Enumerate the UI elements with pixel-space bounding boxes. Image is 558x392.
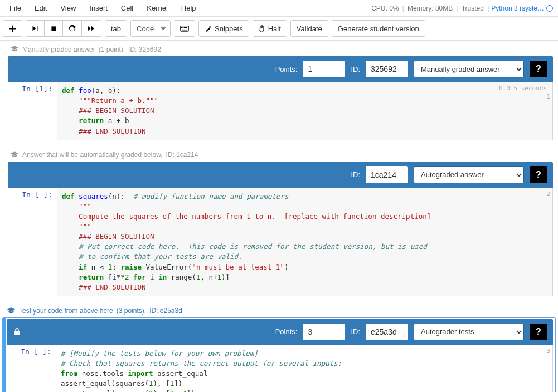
nbgrader-toolbar: Points: ID: Manually graded answer ? — [8, 56, 553, 82]
graduation-cap-icon — [10, 45, 19, 53]
insert-cell-button[interactable] — [3, 20, 22, 37]
run-controls — [26, 20, 101, 37]
help-button[interactable]: ? — [530, 61, 547, 77]
points-input[interactable] — [303, 61, 345, 77]
cell-number: 3 — [546, 347, 550, 356]
svg-rect-6 — [186, 27, 187, 27]
help-button[interactable]: ? — [530, 166, 547, 183]
points-label: Points: — [275, 327, 298, 336]
cell-number: 2 — [546, 190, 550, 199]
id-label: ID: — [351, 170, 360, 179]
notebook-container: Manually graded answer (1 point), ID: 32… — [0, 41, 558, 392]
menu-cell[interactable]: Cell — [114, 1, 140, 16]
snippets-label: Snippets — [215, 24, 243, 33]
kernel-idle-icon — [546, 5, 553, 12]
cell-prompt: In [ ]: — [7, 345, 56, 392]
help-button[interactable]: ? — [530, 324, 547, 340]
section-id: ID: e25a3d — [149, 307, 182, 315]
cell-prompt: In [1]: — [8, 82, 57, 140]
section-desc: Manually graded answer — [22, 46, 95, 53]
cell-type-select[interactable]: Code — [130, 20, 171, 37]
hand-stop-icon — [259, 25, 265, 32]
cell-3[interactable]: Points: ID: Autograder tests ? In [ ]: 3… — [2, 317, 556, 392]
refresh-icon — [69, 25, 76, 32]
kernel-label: Python 3 (syste… — [491, 4, 544, 12]
stop-icon — [51, 26, 57, 32]
cpu-status: CPU: 0% — [368, 4, 402, 12]
cell-2[interactable]: ID: Autograded answer ? In [ ]: 2def squ… — [4, 161, 554, 297]
kernel-name[interactable]: Python 3 (syste… — [489, 4, 555, 12]
svg-rect-5 — [185, 27, 186, 27]
svg-rect-2 — [181, 27, 182, 27]
nbgrader-toolbar: Points: ID: Autograder tests ? — [7, 319, 553, 345]
run-all-button[interactable] — [81, 20, 101, 37]
cell-number: 1 — [546, 92, 550, 101]
cell-grade-type-select[interactable]: Manually graded answer — [414, 61, 524, 77]
magic-wand-icon — [205, 25, 212, 32]
svg-rect-7 — [182, 29, 187, 30]
keyboard-icon — [180, 26, 189, 32]
nbgrader-toolbar: ID: Autograded answer ? — [8, 162, 553, 188]
generate-student-version-button[interactable]: Generate student version — [332, 20, 425, 37]
id-label: ID: — [351, 327, 360, 336]
lock-icon — [13, 327, 21, 336]
tab-button[interactable]: tab — [105, 20, 127, 37]
svg-rect-1 — [180, 26, 188, 31]
restart-button[interactable] — [62, 20, 82, 37]
plus-icon — [9, 25, 16, 32]
graduation-cap-icon — [7, 307, 16, 315]
section-id: ID: 1ca214 — [166, 151, 198, 159]
code-input[interactable]: 3# [Modify the tests below for your own … — [56, 345, 553, 392]
command-palette-button[interactable] — [174, 20, 195, 37]
section-points: (1 point), — [99, 46, 125, 53]
stop-button[interactable] — [44, 20, 63, 37]
svg-rect-4 — [184, 27, 185, 27]
section-id: ID: 325692 — [128, 46, 161, 53]
code-input[interactable]: 2def squares(n): # modify function name … — [57, 188, 553, 296]
points-input[interactable] — [303, 324, 345, 340]
cell-grade-type-select[interactable]: Autograder tests — [414, 324, 524, 340]
svg-rect-0 — [51, 26, 56, 31]
snippets-button[interactable]: Snippets — [198, 20, 249, 37]
run-button[interactable] — [26, 20, 45, 37]
toolbar: tab Code Snippets Halt Validate Generate… — [0, 17, 558, 41]
halt-button[interactable]: Halt — [253, 20, 287, 37]
section-points: (3 points), — [117, 307, 146, 315]
trusted-status[interactable]: Trusted — [458, 4, 487, 12]
section-header-2: Answer that will be automatically graded… — [0, 146, 558, 161]
menu-file[interactable]: File — [3, 1, 28, 16]
section-desc: Test your code from above here — [19, 307, 113, 315]
cell-1[interactable]: Points: ID: Manually graded answer ? In … — [4, 56, 554, 141]
section-header-1: Manually graded answer (1 point), ID: 32… — [0, 41, 558, 56]
menu-bar: File Edit View Insert Cell Kernel Help C… — [0, 0, 558, 17]
menu-edit[interactable]: Edit — [28, 1, 54, 16]
id-label: ID: — [351, 65, 360, 74]
cell-grade-type-select[interactable]: Autograded answer — [414, 166, 524, 183]
step-forward-icon — [32, 25, 38, 32]
section-desc: Answer that will be automatically graded… — [22, 151, 162, 159]
validate-button[interactable]: Validate — [290, 20, 328, 37]
menu-insert[interactable]: Insert — [83, 1, 114, 16]
svg-rect-3 — [182, 27, 183, 27]
menu-kernel[interactable]: Kernel — [140, 1, 174, 16]
halt-label: Halt — [268, 24, 281, 33]
section-header-3: Test your code from above here (3 points… — [0, 302, 558, 317]
id-input[interactable] — [366, 324, 408, 340]
menu-help[interactable]: Help — [174, 1, 203, 16]
execution-time: 0.015 seconds — [499, 84, 547, 93]
graduation-cap-icon — [10, 151, 19, 159]
menu-view[interactable]: View — [54, 1, 83, 16]
points-label: Points: — [275, 65, 298, 74]
memory-status: Memory: 80MB — [404, 4, 456, 12]
fast-forward-icon — [88, 25, 95, 32]
code-input[interactable]: 0.015 seconds1def foo(a, b): """Return a… — [57, 82, 553, 140]
id-input[interactable] — [366, 166, 408, 183]
cell-prompt: In [ ]: — [8, 188, 57, 296]
id-input[interactable] — [366, 61, 408, 77]
